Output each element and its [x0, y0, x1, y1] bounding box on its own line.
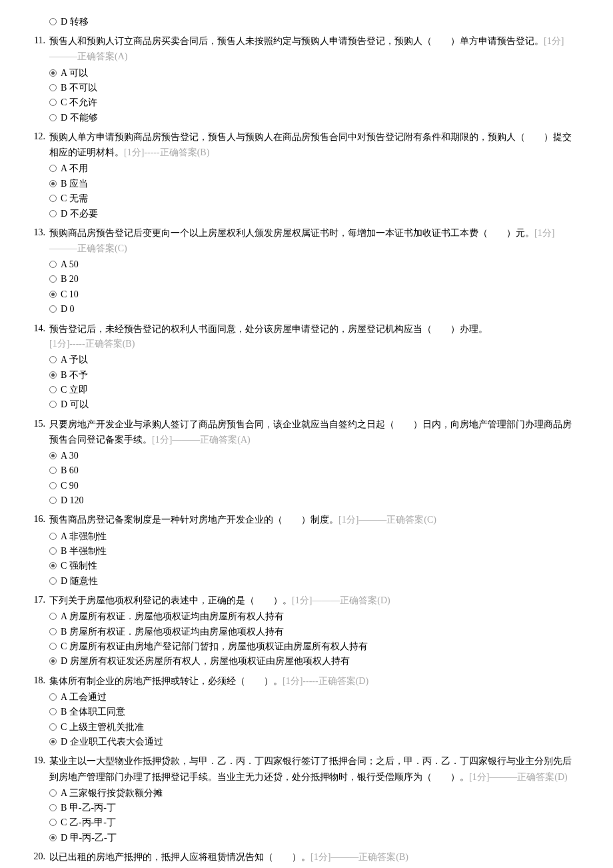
radio-icon[interactable] [49, 789, 57, 797]
option[interactable]: D 随意性 [49, 574, 573, 589]
option[interactable]: C 乙-丙-甲-丁 [49, 815, 573, 830]
radio-icon[interactable] [49, 819, 57, 826]
option-label: B 不予 [61, 368, 88, 383]
option[interactable]: C 房屋所有权证由房地产登记部门暂扣，房屋他项权证由房屋所有权人持有 [49, 639, 573, 654]
option[interactable]: B 房屋所有权证．房屋他项权证均由房屋他项权人持有 [49, 625, 573, 639]
radio-icon[interactable] [49, 693, 57, 701]
radio-icon[interactable] [49, 804, 57, 811]
option[interactable]: B 不可以 [49, 81, 573, 95]
option[interactable]: A 予以 [49, 353, 573, 367]
radio-icon[interactable] [49, 482, 57, 489]
option-label: D 转移 [61, 15, 89, 29]
option[interactable]: A 三家银行按贷款额分摊 [49, 786, 573, 801]
radio-icon[interactable] [49, 386, 57, 393]
radio-icon[interactable] [49, 165, 57, 172]
option[interactable]: D 0 [49, 302, 573, 317]
option[interactable]: B 半强制性 [49, 544, 573, 559]
option-label: D 120 [61, 493, 84, 508]
question-text: 某业主以一大型物业作抵押贷款，与甲．乙．丙．丁四家银行签订了抵押合同；之后，甲．… [49, 753, 573, 784]
option[interactable]: D 企业职工代表大会通过 [49, 735, 573, 749]
question-number: 15. [27, 417, 49, 509]
question-text: 预售人和预购人订立商品房买卖合同后，预售人未按照约定与预购人申请预告登记，预购人… [49, 33, 573, 64]
option[interactable]: C 90 [49, 479, 573, 493]
option[interactable]: D 房屋所有权证发还房屋所有权人，房屋他项权证由房屋他项权人持有 [49, 654, 573, 669]
option[interactable]: D 转移 [49, 15, 573, 29]
radio-icon[interactable] [49, 180, 57, 187]
option[interactable]: C 立即 [49, 383, 573, 397]
radio-icon[interactable] [49, 643, 57, 650]
radio-icon[interactable] [49, 261, 57, 268]
option-label: D 甲-丙-乙-丁 [61, 831, 117, 845]
radio-icon[interactable] [49, 18, 57, 25]
question-meta: [1分]-----正确答案(B) [49, 337, 573, 351]
option[interactable]: A 工会通过 [49, 690, 573, 705]
radio-icon[interactable] [49, 723, 57, 731]
options-list: A 工会通过B 全体职工同意C 上级主管机关批准D 企业职工代表大会通过 [49, 690, 573, 750]
option[interactable]: D 不能够 [49, 111, 573, 125]
option[interactable]: A 房屋所有权证．房屋他项权证均由房屋所有权人持有 [49, 609, 573, 624]
question-number: 20. [27, 849, 49, 868]
radio-icon[interactable] [49, 452, 57, 459]
question-body: 预购人单方申请预购商品房预告登记，预售人与预购人在商品房预售合同中对预告登记附有… [49, 129, 573, 221]
radio-icon[interactable] [49, 305, 57, 313]
question-body: 集体所有制企业的房地产抵押或转让，必须经（ ）。[1分]-----正确答案(D)… [49, 673, 573, 750]
radio-icon[interactable] [49, 577, 57, 585]
radio-icon[interactable] [49, 69, 57, 77]
option[interactable]: A 不用 [49, 161, 573, 176]
option[interactable]: C 10 [49, 287, 573, 302]
option[interactable]: C 无需 [49, 191, 573, 206]
options-list: D 转移 [49, 15, 573, 29]
radio-icon[interactable] [49, 401, 57, 408]
radio-icon[interactable] [49, 371, 57, 379]
radio-icon[interactable] [49, 562, 57, 569]
option[interactable]: A 可以 [49, 66, 573, 81]
radio-icon[interactable] [49, 275, 57, 283]
option[interactable]: D 甲-丙-乙-丁 [49, 831, 573, 845]
question-body: 预售人和预购人订立商品房买卖合同后，预售人未按照约定与预购人申请预告登记，预购人… [49, 33, 573, 125]
option[interactable]: D 可以 [49, 397, 573, 412]
question-text: 预购商品房预告登记后变更向一个以上房屋权利人颁发房屋权属证书时，每增加一本证书加… [49, 225, 573, 256]
question-number: 11. [27, 33, 49, 125]
radio-icon[interactable] [49, 291, 57, 298]
option[interactable]: B 不予 [49, 368, 573, 383]
radio-icon[interactable] [49, 497, 57, 504]
radio-icon[interactable] [49, 613, 57, 620]
option[interactable]: B 全体职工同意 [49, 705, 573, 719]
radio-icon[interactable] [49, 195, 57, 202]
option[interactable]: B 甲-乙-丙-丁 [49, 801, 573, 815]
radio-icon[interactable] [49, 467, 57, 474]
radio-icon[interactable] [49, 657, 57, 665]
radio-icon[interactable] [49, 547, 57, 555]
option-label: B 20 [61, 272, 79, 287]
option[interactable]: C 不允许 [49, 95, 573, 110]
radio-icon[interactable] [49, 114, 57, 121]
option[interactable]: A 50 [49, 257, 573, 272]
radio-icon[interactable] [49, 210, 57, 217]
option[interactable]: C 强制性 [49, 559, 573, 573]
option[interactable]: D 不必要 [49, 207, 573, 221]
question-body: 下列关于房屋他项权利登记的表述中，正确的是（ ）。[1分]———正确答案(D)A… [49, 593, 573, 669]
option[interactable]: A 30 [49, 449, 573, 463]
options-list: A 可以B 不可以C 不允许D 不能够 [49, 66, 573, 126]
option-label: D 不能够 [61, 111, 98, 125]
option[interactable]: B 60 [49, 463, 573, 478]
options-list: A 房屋所有权证．房屋他项权证均由房屋所有权人持有B 房屋所有权证．房屋他项权证… [49, 609, 573, 669]
radio-icon[interactable] [49, 708, 57, 715]
question-text: 以已出租的房地产抵押的，抵押人应将租赁情况告知（ ）。[1分]———正确答案(B… [49, 849, 573, 865]
option[interactable]: A 非强制性 [49, 529, 573, 544]
option-label: A 予以 [61, 353, 88, 367]
option[interactable]: B 应当 [49, 177, 573, 191]
radio-icon[interactable] [49, 84, 57, 91]
option-label: A 三家银行按贷款额分摊 [61, 786, 163, 801]
radio-icon[interactable] [49, 356, 57, 363]
option[interactable]: B 20 [49, 272, 573, 287]
option[interactable]: D 120 [49, 493, 573, 508]
option-label: A 房屋所有权证．房屋他项权证均由房屋所有权人持有 [61, 609, 284, 624]
radio-icon[interactable] [49, 834, 57, 841]
radio-icon[interactable] [49, 99, 57, 106]
radio-icon[interactable] [49, 533, 57, 540]
question-body: 预售商品房登记备案制度是一种针对房地产开发企业的（ ）制度。[1分]———正确答… [49, 512, 573, 589]
radio-icon[interactable] [49, 738, 57, 745]
option[interactable]: C 上级主管机关批准 [49, 720, 573, 735]
radio-icon[interactable] [49, 628, 57, 635]
